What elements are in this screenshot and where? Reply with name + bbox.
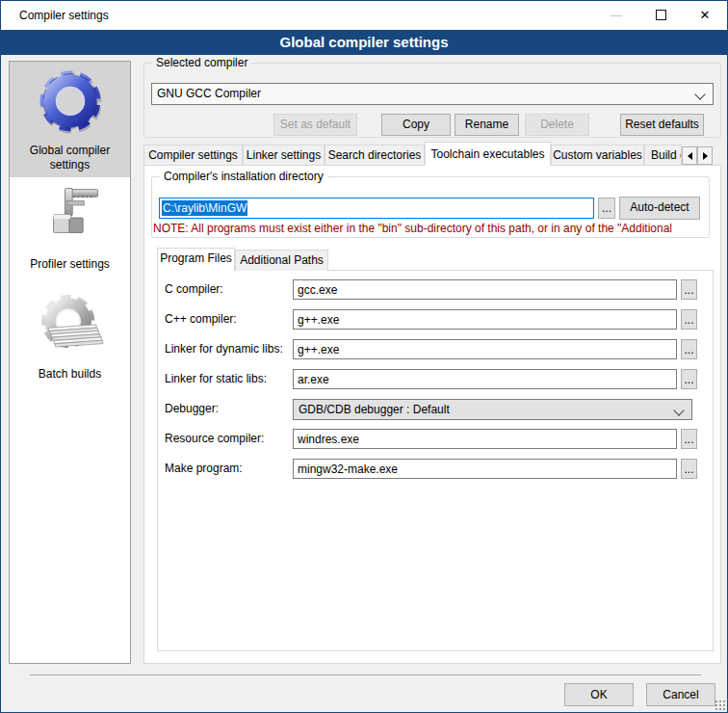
static-linker-input[interactable] [293, 369, 677, 389]
sidebar-item-label: Global compiler settings [20, 144, 120, 172]
static-linker-label: Linker for static libs: [165, 369, 267, 389]
maximize-button[interactable] [638, 1, 683, 30]
settings-category-list: Global compiler settings Profiler settin… [9, 61, 131, 664]
sidebar-item-batch-builds[interactable]: Batch builds [10, 285, 130, 403]
installation-directory-note: NOTE: All programs must exist either in … [153, 222, 708, 236]
static-linker-browse-button[interactable]: ... [681, 369, 697, 389]
compiler-select-value: GNU GCC Compiler [157, 87, 261, 100]
cpp-compiler-input[interactable] [293, 309, 677, 330]
c-compiler-label: C compiler: [165, 279, 223, 300]
minimize-icon: — [611, 9, 622, 22]
tab-linker-settings[interactable]: Linker settings [243, 145, 325, 166]
installation-directory-input[interactable]: C:\raylib\MinGW [159, 198, 594, 219]
footer-separator [30, 674, 701, 675]
maximize-icon [656, 10, 666, 20]
caliper-icon [37, 183, 104, 251]
tab-build-options[interactable]: Build options [644, 145, 682, 166]
dialog-header: Global compiler settings [1, 30, 727, 55]
selected-compiler-legend: Selected compiler [152, 56, 251, 70]
debugger-label: Debugger: [165, 399, 219, 419]
cpp-compiler-browse-button[interactable]: ... [681, 309, 697, 330]
resize-grip[interactable] [715, 700, 725, 710]
make-program-browse-button[interactable]: ... [681, 459, 697, 479]
sidebar-item-label: Batch builds [20, 367, 120, 382]
dialog-header-title: Global compiler settings [279, 34, 448, 50]
subtab-program-files[interactable]: Program Files [157, 248, 235, 271]
installation-directory-legend: Compiler's installation directory [160, 170, 327, 184]
sidebar-item-profiler-settings[interactable]: Profiler settings [10, 177, 130, 285]
debugger-select[interactable]: GDB/CDB debugger : Default [293, 399, 692, 420]
debugger-select-value: GDB/CDB debugger : Default [299, 403, 450, 416]
installation-directory-selected-text: C:\raylib\MinGW [162, 200, 247, 216]
arrow-right-icon [703, 152, 708, 160]
tab-toolchain-executables[interactable]: Toolchain executables [425, 142, 551, 166]
c-compiler-browse-button[interactable]: ... [681, 279, 697, 300]
tab-scroll-left-button[interactable] [682, 146, 697, 165]
chevron-down-icon [673, 405, 684, 415]
close-icon: ✕ [700, 8, 711, 22]
titlebar: Compiler settings — ✕ [1, 1, 727, 30]
rename-button[interactable]: Rename [455, 114, 519, 136]
blue-gear-icon [36, 67, 105, 137]
compiler-settings-dialog: Compiler settings — ✕ Global compiler se… [0, 0, 728, 713]
resource-compiler-label: Resource compiler: [165, 429, 264, 449]
cancel-button[interactable]: Cancel [646, 683, 715, 706]
set-as-default-button: Set as default [273, 114, 357, 136]
chevron-down-icon [694, 89, 705, 99]
gray-gear-stack-icon [36, 291, 105, 360]
resource-compiler-browse-button[interactable]: ... [681, 429, 697, 449]
make-program-input[interactable] [293, 459, 677, 479]
copy-button[interactable]: Copy [381, 114, 451, 136]
sidebar-item-global-compiler-settings[interactable]: Global compiler settings [10, 62, 130, 177]
auto-detect-button[interactable]: Auto-detect [619, 197, 700, 220]
resource-compiler-input[interactable] [293, 429, 677, 449]
ok-button[interactable]: OK [564, 683, 634, 706]
cpp-compiler-label: C++ compiler: [165, 309, 237, 330]
dynamic-linker-label: Linker for dynamic libs: [165, 339, 283, 359]
dynamic-linker-input[interactable] [293, 339, 677, 359]
delete-button: Delete [525, 114, 589, 136]
subtab-additional-paths[interactable]: Additional Paths [235, 250, 328, 271]
tab-compiler-settings[interactable]: Compiler settings [143, 145, 243, 166]
minimize-button: — [594, 1, 638, 30]
window-title: Compiler settings [19, 1, 109, 30]
reset-defaults-button[interactable]: Reset defaults [620, 114, 704, 136]
arrow-left-icon [688, 152, 692, 160]
close-button[interactable]: ✕ [683, 1, 727, 30]
compiler-select[interactable]: GNU GCC Compiler [151, 83, 714, 105]
c-compiler-input[interactable] [293, 279, 677, 300]
make-program-label: Make program: [165, 459, 243, 479]
sidebar-item-label: Profiler settings [20, 257, 120, 272]
tab-custom-variables[interactable]: Custom variables [551, 145, 644, 166]
installation-directory-browse-button[interactable]: ... [598, 198, 615, 219]
tab-search-directories[interactable]: Search directories [325, 145, 425, 166]
tab-scroll-right-button[interactable] [697, 146, 713, 165]
dynamic-linker-browse-button[interactable]: ... [681, 339, 697, 359]
